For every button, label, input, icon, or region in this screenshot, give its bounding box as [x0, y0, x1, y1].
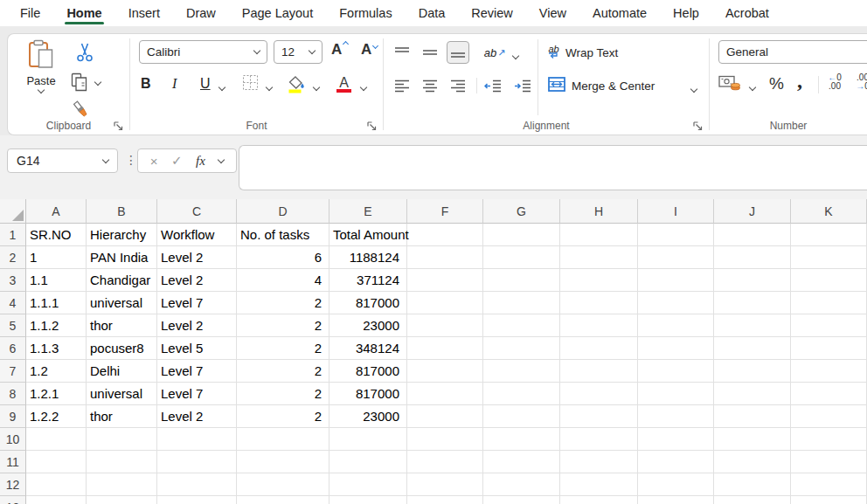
cell-J9[interactable] — [714, 405, 791, 428]
cell-F3[interactable] — [407, 269, 483, 292]
cell-B10[interactable] — [87, 428, 157, 451]
tab-help[interactable]: Help — [660, 0, 712, 26]
row-header-2[interactable]: 2 — [0, 246, 26, 269]
cell-G6[interactable] — [483, 337, 560, 360]
accounting-format-button[interactable] — [718, 72, 741, 95]
cell-G13[interactable] — [483, 496, 560, 504]
cell-I1[interactable] — [638, 224, 714, 246]
comma-style-button[interactable]: , — [797, 69, 802, 92]
fx-chevron[interactable] — [218, 155, 225, 162]
cell-K5[interactable] — [791, 314, 867, 337]
tab-file[interactable]: File — [7, 0, 53, 26]
cell-A9[interactable]: 1.2.2 — [26, 405, 87, 428]
orientation-button[interactable]: ab↗ — [480, 41, 510, 64]
cut-button[interactable] — [76, 43, 94, 65]
cell-A10[interactable] — [26, 428, 87, 451]
decrease-font-size-button[interactable]: A — [361, 41, 371, 59]
cell-J13[interactable] — [714, 496, 791, 504]
cell-K1[interactable] — [791, 224, 867, 246]
cell-C11[interactable] — [157, 451, 237, 473]
cell-B13[interactable] — [87, 496, 157, 504]
cell-C7[interactable]: Level 7 — [157, 360, 237, 383]
align-left-button[interactable] — [391, 74, 413, 97]
percent-style-button[interactable]: % — [769, 72, 784, 95]
cell-G4[interactable] — [483, 292, 560, 314]
cell-K10[interactable] — [791, 428, 867, 451]
underline-dropdown-chevron[interactable] — [219, 79, 225, 93]
cell-A12[interactable] — [26, 473, 87, 496]
cell-B12[interactable] — [87, 473, 157, 496]
cell-A6[interactable]: 1.1.3 — [26, 337, 87, 360]
cell-H7[interactable] — [560, 360, 638, 383]
row-header-10[interactable]: 10 — [0, 428, 26, 451]
cell-F7[interactable] — [407, 360, 483, 383]
column-header-B[interactable]: B — [87, 199, 157, 224]
select-all-corner[interactable] — [0, 199, 26, 224]
font-color-button[interactable]: A — [336, 72, 351, 95]
cell-E1[interactable]: Total Amount — [329, 224, 407, 246]
cell-E8[interactable]: 817000 — [329, 383, 407, 405]
cell-F12[interactable] — [407, 473, 483, 496]
cell-C5[interactable]: Level 2 — [157, 314, 237, 337]
cell-J3[interactable] — [714, 269, 791, 292]
cell-A13[interactable] — [26, 496, 87, 504]
cell-A1[interactable]: SR.NO — [26, 224, 87, 246]
cell-J2[interactable] — [714, 246, 791, 269]
column-header-G[interactable]: G — [483, 199, 560, 224]
tab-page-layout[interactable]: Page Layout — [229, 0, 326, 26]
cell-K8[interactable] — [791, 383, 867, 405]
cell-I3[interactable] — [638, 269, 714, 292]
cell-F9[interactable] — [407, 405, 483, 428]
cell-B2[interactable]: PAN India — [87, 246, 157, 269]
cell-C13[interactable] — [157, 496, 237, 504]
cell-H6[interactable] — [560, 337, 638, 360]
cell-J8[interactable] — [714, 383, 791, 405]
row-header-7[interactable]: 7 — [0, 360, 26, 383]
cell-B7[interactable]: Delhi — [87, 360, 157, 383]
cell-D8[interactable]: 2 — [237, 383, 329, 405]
cell-E12[interactable] — [329, 473, 407, 496]
cell-K2[interactable] — [791, 246, 867, 269]
cell-H3[interactable] — [560, 269, 638, 292]
cell-C3[interactable]: Level 2 — [157, 269, 237, 292]
row-header-3[interactable]: 3 — [0, 269, 26, 292]
cell-G2[interactable] — [483, 246, 560, 269]
cell-J7[interactable] — [714, 360, 791, 383]
merge-center-dropdown-chevron[interactable] — [691, 81, 697, 94]
cell-D11[interactable] — [237, 451, 329, 473]
cell-B9[interactable]: thor — [87, 405, 157, 428]
tab-draw[interactable]: Draw — [173, 0, 229, 26]
cell-A11[interactable] — [26, 451, 87, 473]
tab-review[interactable]: Review — [458, 0, 526, 26]
cell-I13[interactable] — [638, 496, 714, 504]
cell-C2[interactable]: Level 2 — [157, 246, 237, 269]
cell-G5[interactable] — [483, 314, 560, 337]
column-header-C[interactable]: C — [157, 199, 237, 224]
tab-data[interactable]: Data — [406, 0, 459, 26]
cell-B5[interactable]: thor — [87, 314, 157, 337]
cell-D12[interactable] — [237, 473, 329, 496]
cell-D5[interactable]: 2 — [237, 314, 329, 337]
cell-J6[interactable] — [714, 337, 791, 360]
cell-C6[interactable]: Level 5 — [157, 337, 237, 360]
row-header-12[interactable]: 12 — [0, 473, 26, 496]
row-header-4[interactable]: 4 — [0, 292, 26, 314]
cell-A4[interactable]: 1.1.1 — [26, 292, 87, 314]
cell-C10[interactable] — [157, 428, 237, 451]
borders-dropdown-chevron[interactable] — [267, 79, 272, 93]
cell-F1[interactable] — [407, 224, 483, 246]
cell-H1[interactable] — [560, 224, 638, 246]
cell-C8[interactable]: Level 7 — [157, 383, 237, 405]
tab-insert[interactable]: Insert — [115, 0, 173, 26]
cell-C9[interactable]: Level 2 — [157, 405, 237, 428]
cell-I8[interactable] — [638, 383, 714, 405]
cell-H4[interactable] — [560, 292, 638, 314]
row-header-9[interactable]: 9 — [0, 405, 26, 428]
cell-J4[interactable] — [714, 292, 791, 314]
row-header-13[interactable]: 13 — [0, 496, 26, 504]
cell-K6[interactable] — [791, 337, 867, 360]
cell-K7[interactable] — [791, 360, 867, 383]
cell-K9[interactable] — [791, 405, 867, 428]
cell-C4[interactable]: Level 7 — [157, 292, 237, 314]
name-box[interactable]: G14 — [7, 148, 118, 173]
